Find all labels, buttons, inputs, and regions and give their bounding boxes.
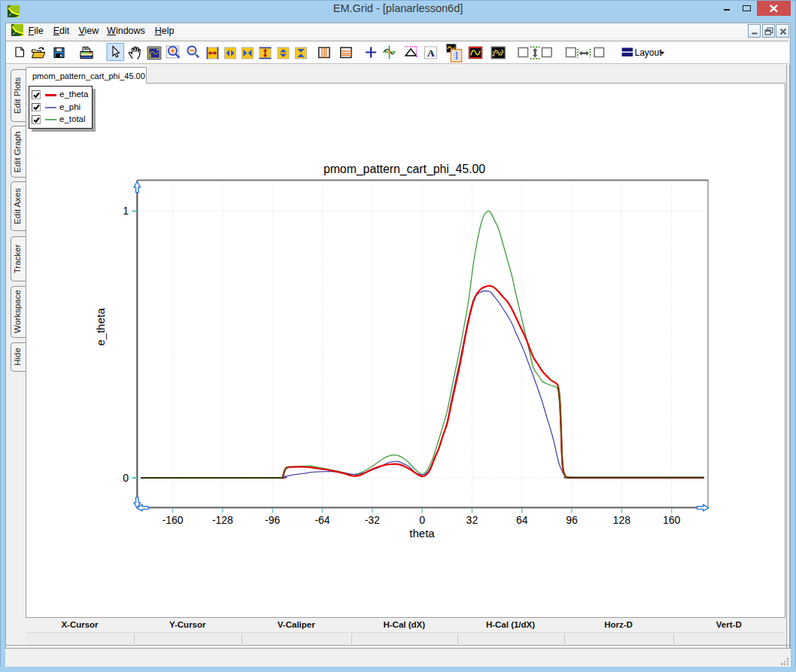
svg-text:64: 64	[516, 514, 528, 526]
svg-text:-160: -160	[163, 514, 184, 526]
svg-text:-32: -32	[365, 514, 380, 526]
svg-text:160: 160	[663, 514, 681, 526]
svg-text:1: 1	[123, 205, 129, 217]
svg-text:-96: -96	[265, 514, 280, 526]
svg-text:128: 128	[613, 514, 631, 526]
svg-text:96: 96	[566, 514, 578, 526]
svg-text:pmom_pattern_cart_phi_45.00: pmom_pattern_cart_phi_45.00	[324, 163, 485, 176]
svg-text:0: 0	[419, 514, 425, 526]
svg-text:32: 32	[466, 514, 479, 526]
svg-text:-64: -64	[314, 514, 330, 526]
svg-text:0: 0	[123, 472, 129, 484]
svg-text:-128: -128	[212, 514, 233, 526]
svg-text:e_theta: e_theta	[94, 308, 107, 346]
svg-text:theta: theta	[409, 527, 435, 540]
